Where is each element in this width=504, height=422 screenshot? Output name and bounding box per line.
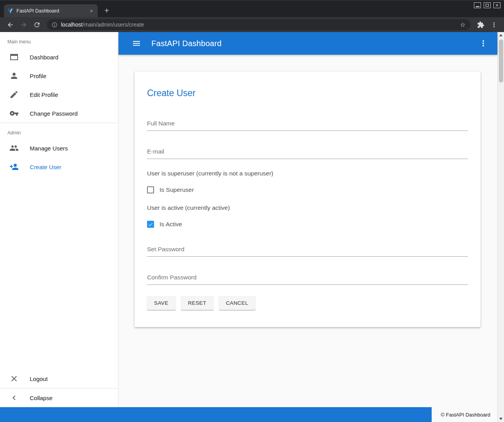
- checkmark-icon: [148, 222, 153, 227]
- full-name-input[interactable]: [147, 118, 468, 131]
- main-column: FastAPI Dashboard Create User User is su…: [118, 32, 497, 407]
- active-hint: User is active (currently active): [147, 204, 468, 211]
- scrollbar-down-button[interactable]: [498, 416, 504, 422]
- person-icon: [9, 71, 19, 80]
- kebab-menu-icon: [479, 39, 488, 48]
- tab-title: FastAPI Dashboard: [16, 8, 85, 14]
- extensions-button[interactable]: [474, 18, 487, 31]
- back-button[interactable]: [4, 18, 16, 31]
- sidebar-item-profile[interactable]: Profile: [0, 66, 118, 85]
- tab-close-icon[interactable]: ×: [88, 8, 95, 14]
- sidebar: Main menu Dashboard Profile: [0, 32, 118, 407]
- create-user-card: Create User User is superuser (currently…: [135, 72, 481, 327]
- window-controls: ×: [474, 2, 500, 8]
- sidebar-item-dashboard[interactable]: Dashboard: [0, 48, 118, 66]
- window-minimize-button[interactable]: [474, 2, 481, 8]
- sidebar-item-logout[interactable]: Logout: [0, 369, 118, 388]
- forward-icon: [20, 21, 27, 29]
- reset-button[interactable]: RESET: [181, 296, 213, 310]
- superuser-hint: User is superuser (currently is not a su…: [147, 170, 468, 177]
- is-active-checkbox[interactable]: [147, 221, 154, 228]
- is-superuser-label: Is Superuser: [160, 186, 194, 193]
- pencil-icon: [9, 90, 19, 99]
- page: Main menu Dashboard Profile: [0, 32, 504, 422]
- url-path: /main/admin/users/create: [83, 21, 144, 28]
- forward-button[interactable]: [17, 18, 30, 31]
- chevron-left-icon: [9, 393, 19, 402]
- new-tab-button[interactable]: +: [101, 5, 113, 16]
- sidebar-item-change-password[interactable]: Change Password: [0, 104, 118, 123]
- footer-copyright: © FastAPI Dashboard: [432, 407, 497, 422]
- confirm-password-input[interactable]: [147, 272, 468, 285]
- person-add-icon: [9, 162, 19, 172]
- people-icon: [9, 143, 19, 153]
- bookmark-star-icon[interactable]: [460, 22, 466, 28]
- dashboard-icon: [9, 52, 19, 62]
- extension-icon: [477, 21, 484, 29]
- sidebar-item-edit-profile[interactable]: Edit Profile: [0, 85, 118, 104]
- close-icon: [9, 374, 19, 383]
- set-password-input[interactable]: [147, 243, 468, 257]
- email-input[interactable]: [147, 146, 468, 159]
- browser-titlebar: FastAPI Dashboard × + ×: [0, 0, 504, 17]
- footer-bar: [0, 407, 432, 422]
- save-button[interactable]: SAVE: [147, 296, 176, 310]
- appbar-title: FastAPI Dashboard: [151, 39, 468, 48]
- reload-icon: [33, 21, 41, 29]
- url-text: localhost/main/admin/users/create: [61, 21, 456, 28]
- vuetify-logo-icon: [7, 8, 13, 14]
- content-area: Create User User is superuser (currently…: [118, 55, 497, 407]
- appbar-overflow-menu-button[interactable]: [476, 36, 490, 50]
- sidebar-item-collapse[interactable]: Collapse: [0, 388, 118, 407]
- sidebar-item-create-user[interactable]: Create User: [0, 157, 118, 176]
- scrollbar-up-button[interactable]: [498, 32, 504, 38]
- is-active-label: Is Active: [160, 221, 182, 228]
- sidebar-item-manage-users[interactable]: Manage Users: [0, 139, 118, 157]
- sidebar-caption-admin: Admin: [0, 123, 118, 139]
- page-title: Create User: [147, 87, 468, 99]
- app-footer: © FastAPI Dashboard: [0, 407, 497, 422]
- form-actions: SAVE RESET CANCEL: [147, 296, 468, 310]
- browser-toolbar: localhost/main/admin/users/create: [0, 17, 504, 32]
- browser-tab[interactable]: FastAPI Dashboard ×: [4, 4, 98, 17]
- vertical-scrollbar[interactable]: [497, 32, 504, 422]
- browser-menu-button[interactable]: [488, 18, 500, 31]
- arrow-down-icon: [499, 418, 502, 420]
- hamburger-menu-button[interactable]: [129, 36, 143, 50]
- is-superuser-checkbox-row[interactable]: Is Superuser: [147, 186, 468, 193]
- address-bar[interactable]: localhost/main/admin/users/create: [47, 19, 470, 30]
- sidebar-caption-main-menu: Main menu: [0, 32, 118, 48]
- reload-button[interactable]: [30, 18, 43, 31]
- key-icon: [9, 109, 19, 118]
- kebab-menu-icon: [490, 21, 498, 29]
- maximize-icon: [486, 4, 489, 7]
- window-maximize-button[interactable]: [484, 2, 491, 8]
- hamburger-icon: [132, 39, 141, 48]
- is-active-checkbox-row[interactable]: Is Active: [147, 221, 468, 228]
- url-host: localhost: [61, 21, 83, 28]
- cancel-button[interactable]: CANCEL: [219, 296, 255, 310]
- arrow-up-icon: [499, 34, 502, 36]
- minimize-icon: [476, 6, 479, 7]
- back-icon: [7, 21, 14, 29]
- scrollbar-thumb[interactable]: [499, 39, 503, 82]
- sidebar-spacer: [0, 176, 118, 369]
- browser-window: FastAPI Dashboard × + × localhost/main/a…: [0, 0, 504, 422]
- window-close-button[interactable]: ×: [493, 2, 500, 8]
- site-info-icon[interactable]: [52, 22, 57, 28]
- is-superuser-checkbox[interactable]: [147, 186, 154, 193]
- app-bar: FastAPI Dashboard: [118, 32, 497, 55]
